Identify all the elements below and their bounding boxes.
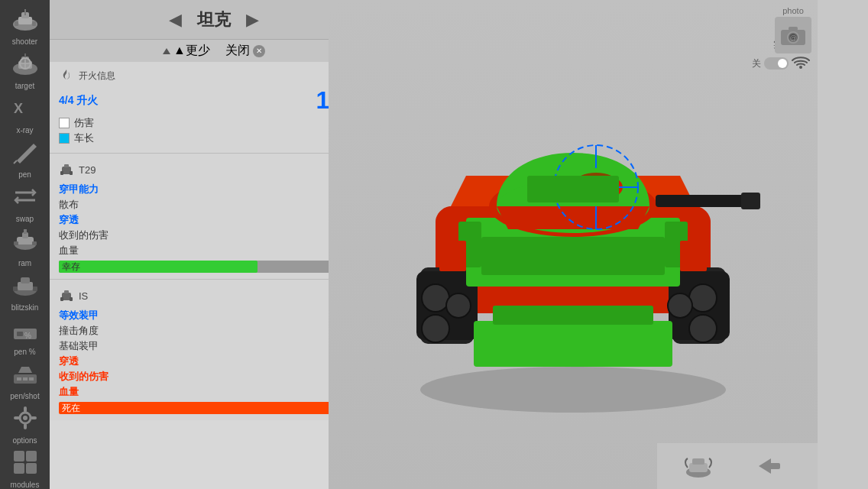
close-x-icon[interactable]: ✕ — [253, 45, 265, 57]
base-armor-label: 基础装甲 — [59, 339, 344, 353]
svg-point-33 — [23, 416, 28, 420]
ammo-header: T29 196 — [59, 160, 369, 180]
options-icon — [9, 402, 41, 434]
commander-color-box — [59, 133, 70, 144]
svg-rect-29 — [17, 377, 21, 381]
blitzskin-icon — [9, 269, 41, 301]
damage-label: 伤害 — [74, 116, 332, 130]
svg-point-50 — [420, 367, 726, 413]
survival-bar-fill — [59, 261, 257, 273]
fire-section-header: 开火信息 — [59, 68, 369, 83]
sidebar-item-options[interactable]: options — [2, 402, 48, 445]
sidebar-item-penpct[interactable]: % pen % — [2, 313, 48, 356]
hud-h-item: h4.7m — [817, 447, 818, 485]
svg-rect-90 — [769, 463, 780, 469]
svg-rect-80 — [493, 306, 653, 325]
modules-icon — [9, 446, 41, 478]
fire-count: 4/4 升火 — [59, 94, 98, 108]
hp-label: 血量 — [59, 244, 347, 257]
svg-rect-45 — [70, 171, 73, 175]
svg-rect-48 — [60, 297, 63, 301]
svg-rect-43 — [64, 164, 69, 167]
svg-rect-38 — [14, 451, 24, 461]
tank-3d-svg — [374, 69, 772, 420]
svg-rect-44 — [60, 171, 63, 175]
swap-icon — [9, 180, 41, 212]
bottom-hud: h4.7m d118m -12° — [657, 443, 818, 489]
nav-close-label: 关闭 — [225, 43, 250, 59]
damage-color-box — [59, 118, 70, 128]
svg-rect-41 — [26, 463, 37, 474]
sidebar-item-pen[interactable]: pen — [2, 136, 48, 179]
svg-point-81 — [799, 66, 802, 69]
penshot-icon — [9, 358, 41, 390]
rotate-icon — [682, 452, 715, 480]
svg-rect-24 — [33, 287, 37, 291]
svg-rect-70 — [656, 195, 747, 207]
ammo-tank-name: T29 — [79, 164, 96, 176]
svg-rect-16 — [14, 241, 18, 245]
sidebar-label-shooter: shooter — [12, 37, 37, 46]
nav-less-btn[interactable]: ▲更少 — [163, 43, 210, 59]
survival-bar: 幸存 80hp — [59, 261, 369, 273]
armor-eq-label: 等效装甲 — [59, 309, 99, 322]
wifi-icon — [792, 54, 810, 73]
ammo-icon — [59, 162, 74, 177]
sidebar-label-options: options — [12, 436, 37, 445]
tank-target-icon — [9, 47, 41, 79]
svg-rect-89 — [692, 458, 704, 465]
svg-rect-49 — [70, 297, 73, 301]
base-armor-row: 基础装甲 90/90 — [59, 339, 369, 353]
svg-rect-3 — [24, 9, 26, 15]
rt-close-label: 关 — [752, 57, 761, 70]
svg-rect-31 — [29, 377, 34, 381]
sidebar-label-swap: swap — [16, 215, 34, 223]
sidebar-label-target: target — [15, 82, 35, 90]
armor-eq-row: 等效装甲 — [59, 309, 369, 322]
svg-point-53 — [422, 284, 449, 312]
rt-toggle[interactable]: 关 — [752, 54, 810, 73]
svg-rect-78 — [439, 241, 466, 271]
svg-text:X: X — [14, 101, 23, 116]
hud-rotate-btn[interactable] — [682, 452, 715, 480]
survival-label: 幸存 — [62, 261, 80, 273]
sidebar-label-penpct: pen % — [14, 348, 35, 356]
dead-bar: 死在 34s — [59, 402, 369, 414]
sidebar-item-modules[interactable]: modules — [2, 446, 48, 489]
svg-rect-40 — [14, 463, 24, 474]
photo-button[interactable]: photo @ — [775, 6, 811, 53]
commander-label: 车长 — [74, 131, 349, 145]
nav-close-btn[interactable]: 关闭 ✕ — [225, 43, 265, 59]
svg-rect-39 — [26, 451, 37, 461]
svg-rect-71 — [741, 193, 760, 209]
nav-less-label: ▲更少 — [173, 43, 210, 59]
spread-row: 散布 0.50 — [59, 198, 369, 212]
rt-toggle-knob[interactable] — [764, 57, 789, 70]
svg-rect-37 — [31, 416, 37, 419]
sidebar-item-swap[interactable]: swap — [2, 180, 48, 223]
spread-label: 散布 — [59, 198, 350, 212]
dead-label: 死在 — [62, 402, 80, 415]
commander-row: 车长 33% — [59, 131, 369, 145]
sidebar-item-xray[interactable]: X x-ray — [2, 92, 48, 134]
svg-rect-79 — [680, 241, 707, 271]
svg-rect-5 — [32, 21, 36, 26]
pen-shots-label: 穿透 — [59, 213, 335, 227]
nav-prev-arrow[interactable]: ◀ — [163, 7, 188, 33]
nav-next-arrow[interactable]: ▶ — [240, 7, 265, 33]
xray-icon: X — [9, 92, 41, 124]
is-tank-name: IS — [79, 290, 88, 302]
damage-row: 伤害 240-400 — [59, 116, 369, 130]
tank-view: 实时浏览 关 photo @ — [329, 0, 818, 489]
sidebar-item-ram[interactable]: ram — [2, 225, 48, 267]
sidebar-item-target[interactable]: target — [2, 47, 48, 90]
svg-point-59 — [668, 293, 692, 318]
tri-up-icon — [163, 48, 170, 54]
hud-left-btn[interactable] — [750, 452, 783, 480]
sidebar-item-penshot[interactable]: pen/shot — [2, 358, 48, 400]
sidebar-item-shooter[interactable]: shooter — [2, 3, 48, 46]
camera-icon: @ — [775, 17, 811, 53]
sidebar-item-blitzskin[interactable]: blitzskin — [2, 269, 48, 312]
svg-rect-23 — [13, 287, 18, 291]
is-pen-row: 穿透 4/4射击 — [59, 355, 369, 368]
